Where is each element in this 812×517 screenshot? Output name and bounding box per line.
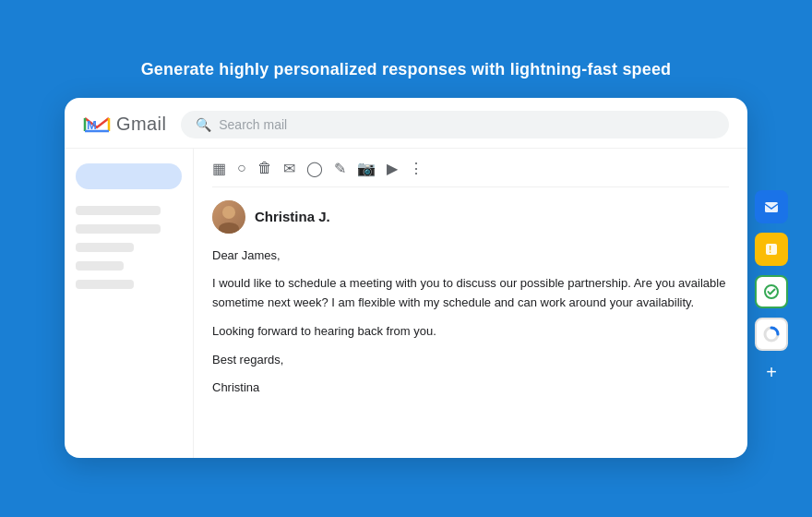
task-checkmark-icon (763, 283, 780, 300)
svg-text:M: M (87, 118, 97, 132)
search-placeholder: Search mail (219, 117, 287, 132)
toolbar-more-icon[interactable]: ⋮ (409, 160, 424, 177)
gmail-shortcut-button[interactable] (755, 190, 788, 223)
sidebar-item-3 (76, 243, 134, 252)
email-greeting: Dear James, (212, 246, 729, 266)
spinner-button[interactable] (755, 318, 788, 351)
email-toolbar: ▦ ○ 🗑 ✉ ◯ ✎ 📷 ▶ ⋮ (212, 149, 729, 187)
sidebar (65, 149, 194, 458)
sender-name: Christina J. (255, 209, 330, 224)
sidebar-item-2 (76, 224, 161, 234)
sidebar-item-1 (76, 206, 161, 215)
gmail-topbar: M Gmail 🔍 Search mail (65, 98, 747, 149)
toolbar-clock-icon[interactable]: ◯ (306, 160, 323, 177)
sidebar-item-4 (76, 261, 124, 271)
gmail-window: M Gmail 🔍 Search mail (65, 98, 747, 458)
email-body: Dear James, I would like to schedule a m… (212, 246, 729, 399)
toolbar-label-icon[interactable]: ▶ (387, 160, 398, 177)
gmail-text-label: Gmail (116, 114, 166, 135)
spinner-icon (762, 325, 781, 343)
sidebar-compose-button[interactable] (76, 163, 182, 189)
svg-text:!: ! (769, 245, 771, 255)
toolbar-edit-icon[interactable]: ✎ (334, 160, 346, 177)
gmail-logo: M Gmail (83, 114, 166, 135)
toolbar-mail-icon[interactable]: ✉ (283, 160, 295, 177)
search-bar[interactable]: 🔍 Search mail (181, 111, 729, 138)
gmail-body: ▦ ○ 🗑 ✉ ◯ ✎ 📷 ▶ ⋮ Christina J. (65, 149, 747, 458)
right-icon-panel: ! + (755, 190, 788, 386)
email-paragraph-2: Looking forward to hearing back from you… (212, 322, 729, 342)
sidebar-item-5 (76, 280, 134, 289)
task-button[interactable] (755, 275, 788, 308)
headline: Generate highly personalized responses w… (141, 60, 672, 79)
avatar (212, 200, 245, 234)
email-paragraph-1: I would like to schedule a meeting with … (212, 274, 729, 313)
notification-icon: ! (763, 241, 780, 258)
gmail-m-icon: M (83, 114, 111, 135)
sender-avatar-img (212, 200, 245, 234)
toolbar-report-icon[interactable]: ○ (237, 160, 246, 176)
notification-button[interactable]: ! (755, 233, 788, 266)
gmail-shortcut-icon (763, 198, 780, 215)
toolbar-archive-icon[interactable]: ▦ (212, 160, 226, 177)
email-closing: Best regards, (212, 351, 729, 370)
toolbar-attach-icon[interactable]: 📷 (357, 160, 376, 177)
email-header: Christina J. (212, 200, 729, 234)
svg-rect-2 (765, 202, 778, 212)
email-content-area: ▦ ○ 🗑 ✉ ◯ ✎ 📷 ▶ ⋮ Christina J. (194, 149, 747, 458)
toolbar-delete-icon[interactable]: 🗑 (257, 160, 272, 176)
add-button[interactable]: + (758, 360, 784, 386)
search-icon: 🔍 (196, 117, 211, 132)
email-signature: Christina (212, 379, 729, 398)
